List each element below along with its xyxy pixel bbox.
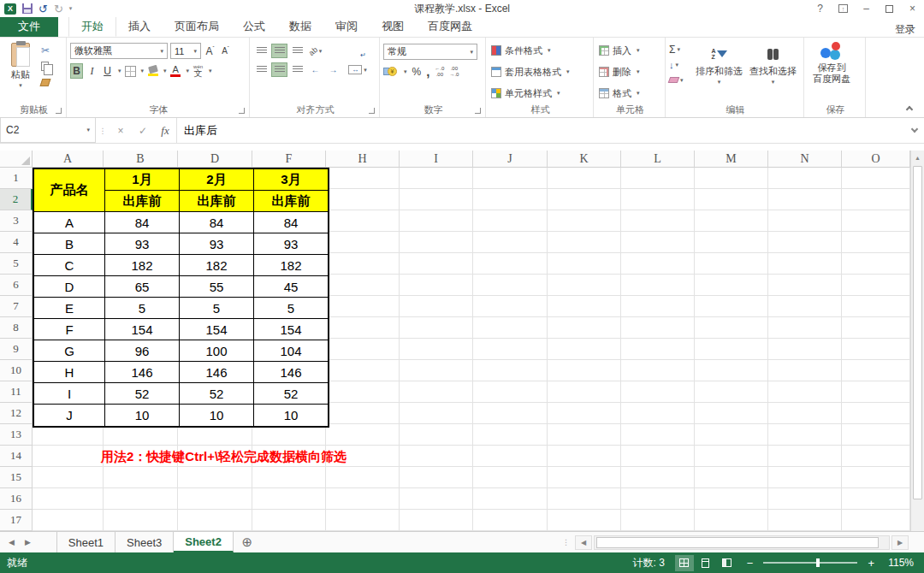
cell-O1[interactable] — [842, 168, 910, 189]
cell-I5[interactable] — [400, 253, 473, 275]
table-value-A-2[interactable]: 84 — [180, 212, 254, 233]
cell-I14[interactable] — [400, 446, 473, 467]
cell-I15[interactable] — [400, 467, 473, 488]
cell-M11[interactable] — [695, 381, 768, 403]
cell-L1[interactable] — [621, 168, 695, 189]
cell-N10[interactable] — [768, 360, 842, 381]
row-header-13[interactable]: 13 — [0, 424, 33, 446]
cell-K17[interactable] — [548, 510, 621, 531]
sheet-tab-Sheet1[interactable]: Sheet1 — [57, 532, 116, 552]
cell-K3[interactable] — [548, 210, 621, 232]
row-header-15[interactable]: 15 — [0, 467, 33, 488]
table-value-C-2[interactable]: 182 — [180, 255, 254, 276]
table-subheader-2[interactable]: 出库前 — [180, 191, 254, 212]
cell-B17[interactable] — [104, 510, 178, 531]
borders-button[interactable] — [124, 63, 137, 79]
table-value-I-3[interactable]: 52 — [254, 383, 328, 405]
cell-K16[interactable] — [548, 488, 621, 510]
cell-N4[interactable] — [768, 232, 842, 253]
align-right-button[interactable] — [289, 62, 305, 77]
cell-J8[interactable] — [473, 317, 548, 339]
table-product-E[interactable]: E — [34, 298, 105, 319]
cell-H6[interactable] — [326, 275, 400, 296]
table-product-G[interactable]: G — [34, 340, 105, 362]
cell-N9[interactable] — [768, 339, 842, 360]
table-value-H-1[interactable]: 146 — [105, 362, 180, 383]
delete-cells-button[interactable]: 删除▾ — [599, 64, 640, 80]
tab-百度网盘[interactable]: 百度网盘 — [416, 16, 484, 37]
sheet-tab-Sheet3[interactable]: Sheet3 — [116, 532, 174, 552]
vertical-scrollbar[interactable]: ▲ — [910, 151, 924, 531]
cut-button[interactable]: ✂ — [41, 44, 58, 56]
cell-D17[interactable] — [178, 510, 252, 531]
table-product-C[interactable]: C — [34, 255, 105, 276]
font-size-select[interactable]: 11 ▾ — [170, 43, 201, 59]
cell-I1[interactable] — [400, 168, 473, 189]
autosum-button[interactable]: Σ▾ — [669, 43, 691, 56]
cell-I12[interactable] — [400, 403, 473, 424]
percent-style-button[interactable]: % — [412, 66, 422, 78]
decrease-font-button[interactable]: Aˇ — [219, 44, 232, 59]
row-header-9[interactable]: 9 — [0, 339, 33, 360]
cell-L16[interactable] — [621, 488, 695, 510]
cell-K14[interactable] — [548, 446, 621, 467]
cell-J17[interactable] — [473, 510, 548, 531]
cell-N6[interactable] — [768, 275, 842, 296]
table-value-F-3[interactable]: 154 — [254, 319, 328, 340]
column-header-N[interactable]: N — [768, 151, 842, 168]
enter-button[interactable]: ✓ — [132, 118, 154, 143]
column-header-B[interactable]: B — [104, 151, 178, 168]
tab-数据[interactable]: 数据 — [277, 16, 323, 37]
column-header-H[interactable]: H — [326, 151, 400, 168]
cell-N16[interactable] — [768, 488, 842, 510]
table-value-C-1[interactable]: 182 — [105, 255, 180, 276]
table-header-month-2[interactable]: 2月 — [180, 169, 254, 191]
cell-H3[interactable] — [326, 210, 400, 232]
cell-K11[interactable] — [548, 381, 621, 403]
clipboard-dialog-launcher-icon[interactable] — [56, 108, 62, 114]
underline-dropdown-icon[interactable]: ▾ — [118, 68, 121, 74]
table-subheader-1[interactable]: 出库前 — [105, 191, 180, 212]
cell-M10[interactable] — [695, 360, 768, 381]
cell-O5[interactable] — [842, 253, 910, 275]
decrease-indent-button[interactable]: ← — [307, 62, 323, 77]
cell-H15[interactable] — [326, 467, 400, 488]
expand-formula-bar-icon[interactable] — [905, 118, 924, 143]
cell-H5[interactable] — [326, 253, 400, 275]
table-value-F-2[interactable]: 154 — [180, 319, 254, 340]
find-select-button[interactable]: 查找和选择 ▾ — [747, 43, 799, 103]
cell-N14[interactable] — [768, 446, 842, 467]
cell-I3[interactable] — [400, 210, 473, 232]
horizontal-scroll-thumb[interactable] — [596, 537, 879, 548]
phonetic-guide-button[interactable]: wén文 — [192, 63, 204, 79]
row-header-8[interactable]: 8 — [0, 317, 33, 339]
cell-M9[interactable] — [695, 339, 768, 360]
cell-J3[interactable] — [473, 210, 548, 232]
cell-H11[interactable] — [326, 381, 400, 403]
cell-H8[interactable] — [326, 317, 400, 339]
cell-L4[interactable] — [621, 232, 695, 253]
table-product-D[interactable]: D — [34, 276, 105, 298]
borders-dropdown-icon[interactable]: ▾ — [141, 68, 145, 74]
maximize-icon[interactable] — [878, 0, 901, 17]
zoom-slider[interactable] — [763, 562, 857, 564]
number-format-select[interactable]: 常规 ▾ — [383, 44, 477, 60]
insert-cells-button[interactable]: 插入▾ — [599, 43, 640, 58]
align-bottom-button[interactable] — [289, 44, 305, 58]
column-header-F[interactable]: F — [252, 151, 326, 168]
cell-O6[interactable] — [842, 275, 910, 296]
row-header-10[interactable]: 10 — [0, 360, 33, 381]
table-value-D-2[interactable]: 55 — [180, 276, 254, 298]
table-product-A[interactable]: A — [34, 212, 105, 233]
scroll-left-icon[interactable]: ◀ — [575, 535, 592, 550]
table-value-H-3[interactable]: 146 — [254, 362, 328, 383]
cell-J12[interactable] — [473, 403, 548, 424]
table-value-F-1[interactable]: 154 — [105, 319, 180, 340]
column-header-O[interactable]: O — [842, 151, 910, 168]
paste-dropdown-icon[interactable]: ▾ — [19, 82, 22, 89]
cell-A15[interactable] — [33, 467, 104, 488]
minimize-icon[interactable]: – — [855, 0, 878, 17]
fill-color-button[interactable] — [146, 63, 159, 79]
name-box[interactable]: C2 ▾ — [0, 118, 96, 143]
cell-I6[interactable] — [400, 275, 473, 296]
